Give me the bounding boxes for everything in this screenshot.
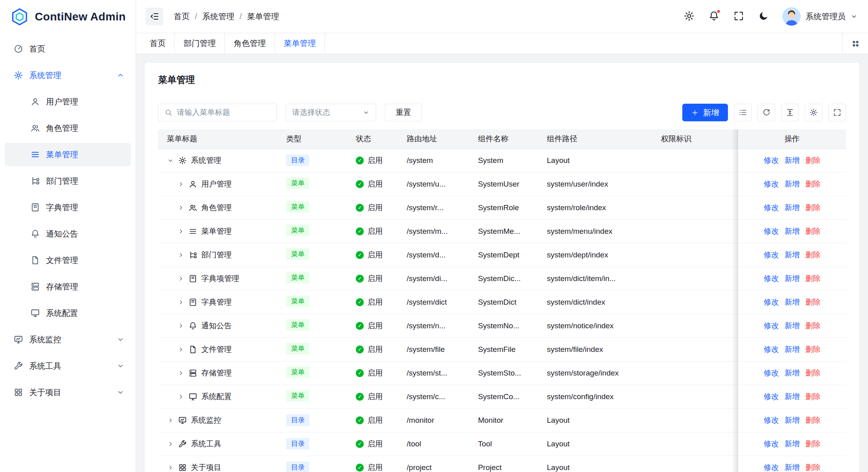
sidebar-item-role-management[interactable]: 角色管理 — [5, 116, 131, 140]
list-view-button[interactable] — [734, 104, 752, 121]
status-select[interactable]: 请选择状态 — [286, 104, 376, 121]
chevron-right-icon[interactable] — [177, 275, 184, 282]
action-delete[interactable]: 删除 — [805, 250, 820, 260]
chevron-right-icon[interactable] — [167, 417, 174, 424]
chevron-right-icon[interactable] — [177, 204, 184, 211]
sidebar-item-notice[interactable]: 通知公告 — [5, 222, 131, 245]
search-input[interactable] — [177, 108, 271, 117]
action-delete[interactable]: 删除 — [805, 179, 820, 189]
chevron-right-icon[interactable] — [177, 299, 184, 306]
action-delete[interactable]: 删除 — [805, 415, 820, 426]
action-delete[interactable]: 删除 — [805, 226, 820, 237]
component-path: system/dept/index — [538, 243, 652, 267]
sidebar-item-system-monitor[interactable]: 系统监控 — [5, 328, 131, 351]
tab-actions-button[interactable] — [842, 33, 868, 54]
tab-home[interactable]: 首页 — [141, 33, 175, 54]
table-fullscreen-button[interactable] — [828, 104, 846, 121]
action-edit[interactable]: 修改 — [764, 321, 779, 331]
action-delete[interactable]: 删除 — [805, 344, 820, 355]
action-delete[interactable]: 删除 — [805, 321, 820, 331]
action-add[interactable]: 新增 — [784, 439, 800, 449]
action-add[interactable]: 新增 — [784, 250, 800, 260]
action-add[interactable]: 新增 — [784, 462, 800, 472]
action-delete[interactable]: 删除 — [805, 273, 820, 284]
chevron-right-icon[interactable] — [167, 440, 174, 448]
action-edit[interactable]: 修改 — [764, 415, 779, 426]
action-edit[interactable]: 修改 — [764, 226, 779, 237]
sidebar-item-system-tools[interactable]: 系统工具 — [5, 354, 131, 378]
action-delete[interactable]: 删除 — [805, 297, 820, 307]
component-name: SystemFile — [469, 337, 538, 361]
chevron-right-icon[interactable] — [177, 251, 184, 259]
tab-dept-management[interactable]: 部门管理 — [175, 33, 225, 54]
sidebar-item-system-config[interactable]: 系统配置 — [5, 301, 131, 325]
sidebar-item-dict-management[interactable]: 字典管理 — [5, 196, 131, 219]
sidebar-item-storage-management[interactable]: 存储管理 — [5, 275, 131, 298]
action-add[interactable]: 新增 — [784, 368, 800, 378]
refresh-button[interactable] — [758, 104, 775, 121]
sidebar-item-dept-management[interactable]: 部门管理 — [5, 169, 131, 193]
sidebar-item-home[interactable]: 首页 — [5, 37, 131, 60]
action-edit[interactable]: 修改 — [764, 297, 779, 307]
action-delete[interactable]: 删除 — [805, 155, 820, 166]
action-add[interactable]: 新增 — [784, 179, 800, 189]
action-edit[interactable]: 修改 — [764, 344, 779, 355]
breadcrumb-item[interactable]: 首页 — [174, 11, 190, 22]
chevron-down-icon[interactable] — [167, 157, 174, 164]
sidebar-item-file-management[interactable]: 文件管理 — [5, 249, 131, 272]
sidebar-item-menu-management[interactable]: 菜单管理 — [5, 143, 131, 166]
chevron-right-icon[interactable] — [177, 228, 184, 235]
action-add[interactable]: 新增 — [784, 415, 800, 426]
action-edit[interactable]: 修改 — [764, 203, 779, 213]
action-delete[interactable]: 删除 — [805, 368, 820, 378]
chevron-right-icon[interactable] — [167, 464, 174, 471]
row-height-button[interactable] — [781, 104, 799, 121]
component-path: system/config/index — [538, 385, 652, 408]
action-add[interactable]: 新增 — [784, 273, 800, 284]
chevron-right-icon[interactable] — [177, 393, 184, 400]
action-delete[interactable]: 删除 — [805, 462, 820, 472]
column-header: 类型 — [277, 129, 347, 149]
action-edit[interactable]: 修改 — [764, 273, 779, 284]
sidebar-item-about-project[interactable]: 关于项目 — [5, 381, 131, 404]
action-edit[interactable]: 修改 — [764, 179, 779, 189]
action-add[interactable]: 新增 — [784, 297, 800, 307]
chevron-right-icon[interactable] — [177, 181, 184, 188]
action-delete[interactable]: 删除 — [805, 439, 820, 449]
action-edit[interactable]: 修改 — [764, 155, 779, 166]
dark-mode-button[interactable] — [758, 10, 770, 22]
action-delete[interactable]: 删除 — [805, 392, 820, 402]
action-add[interactable]: 新增 — [784, 155, 800, 166]
tab-menu-management[interactable]: 菜单管理 — [275, 33, 325, 54]
action-edit[interactable]: 修改 — [764, 462, 779, 472]
action-edit[interactable]: 修改 — [764, 250, 779, 260]
sidebar-collapse-button[interactable] — [146, 8, 163, 25]
sidebar-menu: 首页 系统管理 用户管理 角色管理 菜单管理 部门管理 字典管理 通知公告 文件… — [0, 33, 136, 472]
sidebar-item-system-management[interactable]: 系统管理 — [5, 64, 131, 87]
action-add[interactable]: 新增 — [784, 392, 800, 402]
action-add[interactable]: 新增 — [784, 203, 800, 213]
sidebar-item-user-management[interactable]: 用户管理 — [5, 90, 131, 113]
add-button[interactable]: 新增 — [682, 104, 728, 121]
bell-icon — [30, 229, 40, 239]
column-settings-button[interactable] — [805, 104, 822, 121]
chevron-right-icon[interactable] — [177, 322, 184, 329]
action-edit[interactable]: 修改 — [764, 368, 779, 378]
breadcrumb-item[interactable]: 系统管理 — [202, 11, 235, 22]
notification-button[interactable] — [708, 10, 720, 22]
tab-role-management[interactable]: 角色管理 — [225, 33, 275, 54]
action-add[interactable]: 新增 — [784, 344, 800, 355]
settings-button[interactable] — [683, 10, 695, 22]
user-menu[interactable]: 系统管理员 — [782, 7, 858, 26]
breadcrumb-item[interactable]: 菜单管理 — [247, 11, 279, 22]
action-edit[interactable]: 修改 — [764, 439, 779, 449]
action-add[interactable]: 新增 — [784, 226, 800, 237]
action-edit[interactable]: 修改 — [764, 392, 779, 402]
action-delete[interactable]: 删除 — [805, 203, 820, 213]
action-add[interactable]: 新增 — [784, 321, 800, 331]
chevron-right-icon[interactable] — [177, 346, 184, 353]
reset-button[interactable]: 重置 — [385, 104, 422, 121]
chevron-right-icon[interactable] — [177, 370, 184, 377]
fullscreen-button[interactable] — [733, 10, 745, 22]
logo[interactable]: ContiNew Admin — [0, 0, 136, 33]
